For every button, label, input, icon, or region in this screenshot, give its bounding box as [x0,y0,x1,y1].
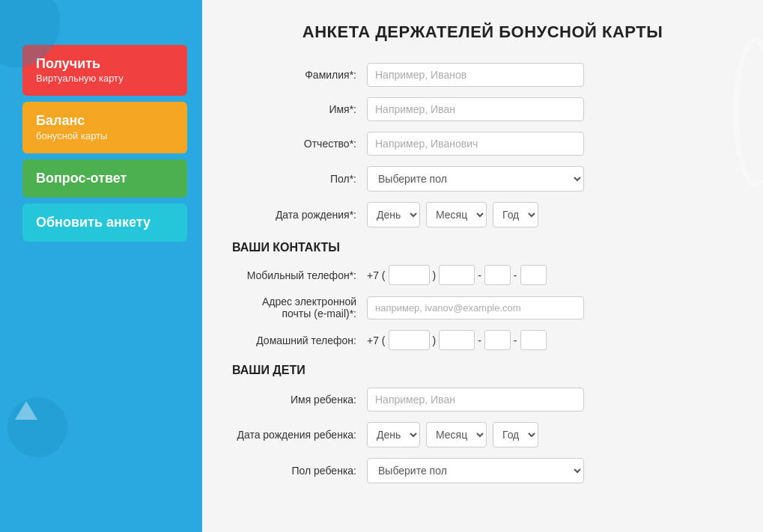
mobile-area-input[interactable] [389,265,430,285]
patronymic-label: Отчество*: [232,138,367,150]
patronymic-input[interactable] [367,132,584,156]
birthdate-month-select[interactable]: Месяц [426,202,487,227]
mobile-end1-input[interactable] [484,265,511,285]
mobile-phone-prefix: +7 ( [367,269,386,281]
patronymic-row: Отчество*: [232,132,733,156]
home-phone-group: +7 ( ) - - [367,330,547,350]
balance-sublabel: бонусной карты [36,130,107,143]
page-wrapper: Получить Виртуальную карту Баланс бонусн… [0,0,763,532]
child-name-row: Имя ребенка: [232,388,733,412]
lastname-row: Фамилия*: [232,63,733,87]
gender-label: Пол*: [232,173,367,185]
get-virtual-card-sublabel: Виртуальную карту [36,73,124,85]
main-content: АНКЕТА ДЕРЖАТЕЛЕЙ БОНУСНОЙ КАРТЫ Фамилия… [202,0,763,532]
child-birthdate-day-select[interactable]: День [367,422,420,447]
birthdate-label: Дата рождения*: [232,209,367,221]
lastname-label: Фамилия*: [232,69,367,81]
home-dash2: - [514,334,517,346]
child-birthdate-month-select[interactable]: Месяц [426,422,487,447]
children-section-header: ВАШИ ДЕТИ [232,364,733,377]
firstname-label: Имя*: [232,103,367,115]
qa-label: Вопрос-ответ [36,170,127,187]
home-phone-prefix: +7 ( [367,334,386,346]
email-input[interactable] [367,296,584,319]
birthdate-group: День Месяц Год [367,202,538,227]
mobile-end2-input[interactable] [520,265,547,285]
get-virtual-card-label: Получить [36,55,100,73]
birthdate-row: Дата рождения*: День Месяц Год [232,202,733,227]
home-end1-input[interactable] [484,330,511,350]
email-row: Адрес электронной почты (e-mail)*: [232,296,733,319]
qa-button[interactable]: Вопрос-ответ [22,159,187,198]
home-end2-input[interactable] [520,330,547,350]
mobile-label: Мобильный телефон*: [232,269,367,281]
firstname-row: Имя*: [232,97,733,121]
home-mid-input[interactable] [439,330,475,350]
update-form-label: Обновить анкету [36,214,151,231]
child-birthdate-row: Дата рождения ребенка: День Месяц Год [232,422,733,447]
lastname-input[interactable] [367,63,584,87]
child-gender-label: Пол ребенка: [232,465,367,477]
mobile-paren-close: ) [433,269,437,281]
form-title: АНКЕТА ДЕРЖАТЕЛЕЙ БОНУСНОЙ КАРТЫ [232,22,733,42]
balance-label: Баланс [36,112,85,129]
birthdate-year-select[interactable]: Год [493,202,538,227]
child-name-input[interactable] [367,388,584,412]
child-birthdate-group: День Месяц Год [367,422,538,447]
child-birthdate-year-select[interactable]: Год [493,422,538,447]
home-paren-close: ) [433,334,437,346]
gender-select[interactable]: Выберите пол Мужской Женский [367,166,584,192]
child-name-label: Имя ребенка: [232,394,367,406]
child-gender-row: Пол ребенка: Выберите пол Мужской Женски… [232,458,733,483]
home-phone-row: Домашний телефон: +7 ( ) - - [232,330,733,350]
mobile-dash1: - [478,269,481,281]
birthdate-day-select[interactable]: День [367,202,420,227]
balance-button[interactable]: Баланс бонусной карты [22,102,187,153]
email-label: Адрес электронной почты (e-mail)*: [232,296,367,319]
home-phone-label: Домашний телефон: [232,334,367,346]
home-dash1: - [478,334,481,346]
home-area-input[interactable] [389,330,430,350]
child-gender-select[interactable]: Выберите пол Мужской Женский [367,458,584,483]
update-form-button[interactable]: Обновить анкету [22,204,187,242]
mobile-phone-group: +7 ( ) - - [367,265,547,285]
firstname-input[interactable] [367,97,584,121]
mobile-row: Мобильный телефон*: +7 ( ) - - [232,265,733,285]
gender-row: Пол*: Выберите пол Мужской Женский [232,166,733,192]
bg-triangle [15,401,37,420]
child-birthdate-label: Дата рождения ребенка: [232,429,367,441]
mobile-dash2: - [514,269,517,281]
mobile-mid-input[interactable] [439,265,475,285]
contacts-section-header: ВАШИ КОНТАКТЫ [232,241,733,254]
